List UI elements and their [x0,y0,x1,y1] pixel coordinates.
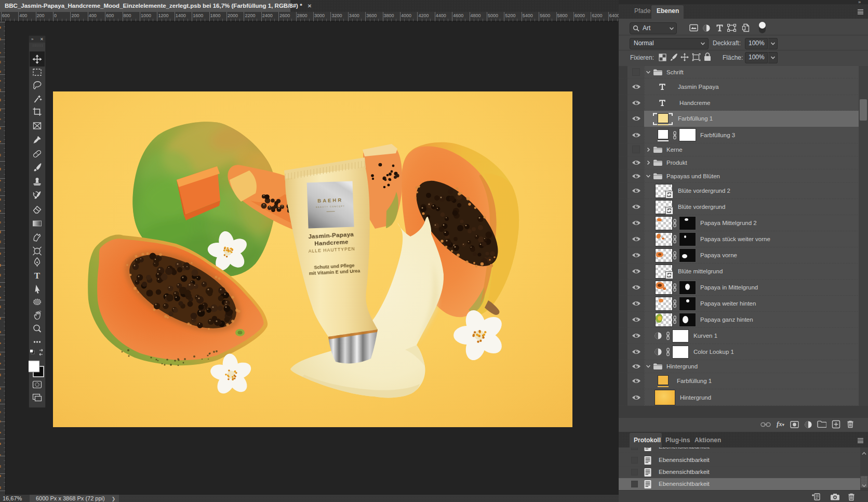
svg-text:T: T [34,271,41,281]
svg-text:BAEHR: BAEHR [317,197,343,204]
